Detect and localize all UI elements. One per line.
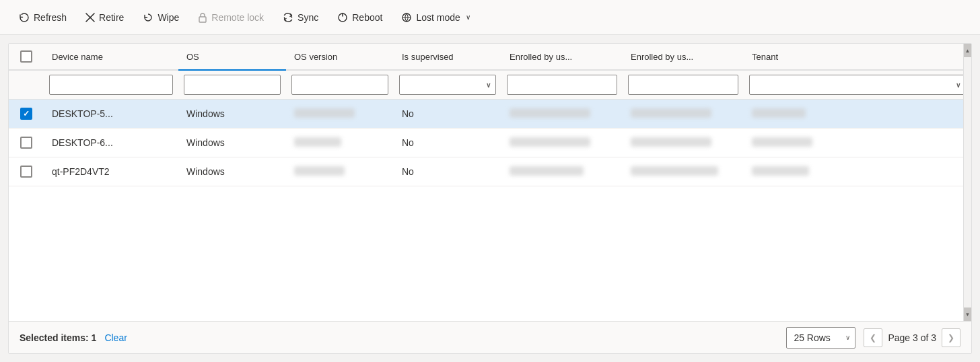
device-name-filter[interactable] (49, 75, 173, 95)
table-filter-row: Yes No ∨ (9, 70, 971, 100)
row2-is-supervised: No (394, 129, 501, 157)
next-page-button[interactable]: ❯ (942, 328, 960, 347)
table-container: Device name OS OS version Is supervised … (9, 44, 971, 321)
row2-enrolled1-redacted (510, 137, 590, 147)
row3-checkbox[interactable] (20, 166, 32, 178)
selected-items-text: Selected items: 1 (20, 332, 96, 343)
refresh-label: Refresh (34, 12, 67, 23)
lost-mode-chevron-icon: ∨ (466, 13, 470, 21)
scroll-down-button[interactable]: ▼ (964, 307, 971, 321)
row3-os-version-redacted (294, 166, 345, 176)
row2-device-name: DESKTOP-6... (44, 129, 178, 157)
row3-is-supervised: No (394, 157, 501, 186)
row3-os-version (286, 157, 394, 186)
remote-lock-label: Remote lock (211, 12, 264, 23)
row1-os: Windows (178, 100, 286, 129)
col-header-enrolled-2[interactable]: Enrolled by us... (623, 44, 744, 70)
row1-enrolled-1 (501, 100, 623, 129)
previous-page-button[interactable]: ❮ (864, 328, 882, 347)
footer-right: 25 Rows 50 Rows 100 Rows ∨ ❮ Page 3 of 3… (786, 327, 960, 349)
row1-enrolled2-redacted (631, 108, 711, 118)
row2-tenant-redacted (752, 137, 812, 147)
row1-checkbox[interactable] (20, 108, 32, 120)
retire-button[interactable]: Retire (77, 8, 132, 27)
page-navigation: ❮ Page 3 of 3 ❯ (864, 328, 960, 347)
filter-device-name (44, 70, 178, 100)
row1-tenant (744, 100, 971, 129)
row2-os-version-redacted (294, 137, 341, 147)
select-all-checkbox[interactable] (20, 50, 32, 63)
lost-mode-button[interactable]: Lost mode ∨ (393, 8, 478, 27)
table-row: DESKTOP-6... Windows No (9, 129, 971, 157)
row3-checkbox-cell (9, 157, 44, 186)
filter-checkbox-cell (9, 70, 44, 100)
row1-enrolled-2 (623, 100, 744, 129)
refresh-icon (19, 12, 30, 23)
refresh-button[interactable]: Refresh (11, 8, 75, 27)
sync-button[interactable]: Sync (275, 8, 326, 27)
row1-checkbox-cell (9, 100, 44, 129)
remote-lock-icon (198, 12, 207, 23)
is-supervised-filter[interactable]: Yes No (399, 75, 496, 95)
table-header-row: Device name OS OS version Is supervised … (9, 44, 971, 70)
row3-enrolled2-redacted (631, 166, 718, 176)
enrolled-1-filter[interactable] (507, 75, 617, 95)
col-header-os[interactable]: OS (178, 44, 286, 70)
row1-os-version-redacted (294, 108, 355, 118)
reboot-label: Reboot (352, 12, 382, 23)
row2-os-version (286, 129, 394, 157)
tenant-filter[interactable] (749, 75, 966, 95)
clear-selection-button[interactable]: Clear (104, 332, 127, 343)
toolbar: Refresh Retire Wipe Remote lock (0, 0, 980, 35)
remote-lock-button[interactable]: Remote lock (190, 8, 272, 27)
col-header-checkbox (9, 44, 44, 70)
sync-icon (283, 12, 293, 23)
row3-enrolled-1 (501, 157, 623, 186)
row1-enrolled1-redacted (510, 108, 590, 118)
wipe-icon (143, 12, 153, 23)
reboot-icon (337, 12, 348, 23)
lost-mode-label: Lost mode (416, 12, 460, 23)
table-body: DESKTOP-5... Windows No (9, 100, 971, 186)
os-filter[interactable] (184, 75, 281, 95)
row1-os-version (286, 100, 394, 129)
main-content: Device name OS OS version Is supervised … (8, 43, 972, 354)
reboot-button[interactable]: Reboot (329, 8, 390, 27)
row2-checkbox[interactable] (20, 137, 32, 149)
filter-is-supervised: Yes No ∨ (394, 70, 501, 100)
col-header-tenant[interactable]: Tenant (744, 44, 971, 70)
svg-rect-2 (199, 17, 206, 22)
col-header-enrolled-1[interactable]: Enrolled by us... (501, 44, 623, 70)
col-header-is-supervised[interactable]: Is supervised (394, 44, 501, 70)
scroll-up-button[interactable]: ▲ (964, 44, 971, 57)
row2-tenant (744, 129, 971, 157)
table-row: DESKTOP-5... Windows No (9, 100, 971, 129)
scrollbar-track: ▲ ▼ (963, 44, 971, 321)
col-header-device-name[interactable]: Device name (44, 44, 178, 70)
row3-tenant (744, 157, 971, 186)
retire-label: Retire (99, 12, 124, 23)
filter-tenant: ∨ (744, 70, 971, 100)
enrolled-2-filter[interactable] (628, 75, 738, 95)
row3-enrolled-2 (623, 157, 744, 186)
row2-enrolled-1 (501, 129, 623, 157)
filter-enrolled-1 (501, 70, 623, 100)
row3-tenant-redacted (752, 166, 809, 176)
os-version-filter[interactable] (291, 75, 388, 95)
row2-enrolled-2 (623, 129, 744, 157)
row1-tenant-redacted (752, 108, 806, 118)
wipe-label: Wipe (158, 12, 179, 23)
row2-os: Windows (178, 129, 286, 157)
filter-os-version (286, 70, 394, 100)
sync-label: Sync (298, 12, 318, 23)
lost-mode-icon (401, 12, 412, 23)
wipe-button[interactable]: Wipe (135, 8, 187, 27)
table-row: qt-PF2D4VT2 Windows No (9, 157, 971, 186)
device-table: Device name OS OS version Is supervised … (9, 44, 971, 186)
col-header-os-version[interactable]: OS version (286, 44, 394, 70)
rows-per-page-wrapper: 25 Rows 50 Rows 100 Rows ∨ (786, 327, 855, 349)
page-indicator: Page 3 of 3 (888, 332, 936, 343)
row1-is-supervised: No (394, 100, 501, 129)
rows-per-page-select[interactable]: 25 Rows 50 Rows 100 Rows (786, 327, 855, 349)
row3-enrolled1-redacted (510, 166, 584, 176)
